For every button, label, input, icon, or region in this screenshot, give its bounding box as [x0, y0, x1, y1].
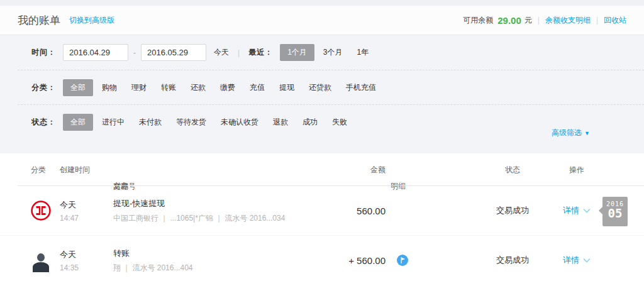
detail-link-label: 详情: [563, 255, 579, 266]
status-unconfirmed-receipt[interactable]: 未确认收货: [221, 117, 258, 128]
transaction-name-cell: 提现-快速提现 中国工商银行 ｜ ...1065|*广锦 ｜ 流水号 2016.…: [113, 198, 285, 224]
transaction-name-cell: 转账 翔 ｜ 流水号 2016...404: [113, 247, 192, 273]
recycle-bin-link[interactable]: 回收站: [604, 15, 626, 26]
col-created-time: 创建时间: [60, 165, 90, 175]
transaction-name: 转账: [113, 247, 192, 258]
date-range-separator: -: [133, 48, 136, 57]
separator: |: [538, 16, 540, 25]
created-time-cell: 今天 14:47: [60, 199, 79, 223]
amount-cell: + 560.00: [286, 255, 386, 265]
separator: |: [238, 48, 240, 57]
status-failed[interactable]: 失败: [332, 117, 347, 128]
col-amount: 金额: [289, 165, 386, 175]
row-time: 14:47: [60, 214, 79, 223]
category-filter-label: 分类：: [31, 82, 56, 93]
chevron-down-icon: [583, 208, 591, 213]
category-withdraw[interactable]: 提现: [279, 82, 294, 93]
user-avatar: [30, 250, 52, 271]
category-topup[interactable]: 充值: [250, 82, 265, 93]
transaction-name: 提现-快速提现: [113, 198, 285, 209]
recent-1month[interactable]: 1个月: [280, 44, 314, 61]
status-awaiting-shipment[interactable]: 等待发货: [176, 117, 206, 128]
amount-cell: 560.00: [286, 206, 386, 216]
separator: |: [596, 16, 598, 25]
recent-3months[interactable]: 3个月: [323, 47, 343, 58]
filter-panel: 时间： - 今天 | 最近： 1个月 3个月 1年 分类： 全部 购物 理财 转…: [0, 35, 644, 153]
category-finance[interactable]: 理财: [131, 82, 147, 93]
chevron-down-icon: [583, 258, 591, 263]
balance-area: 可用余额 29.00 元 | 余额收支明细 | 回收站: [463, 15, 626, 26]
balance-value: 29.00: [497, 15, 521, 26]
chevron-down-icon: ▼: [584, 130, 590, 136]
category-filter-row: 分类： 全部 购物 理财 转账 还款 缴费 充值 提现 还贷款 手机充值: [18, 70, 644, 105]
recent-label: 最近：: [248, 47, 273, 58]
category-all[interactable]: 全部: [63, 79, 93, 96]
status-filter-row: 状态： 全部 进行中 未付款 等待发货 未确认收货 退款 成功 失败: [18, 105, 644, 140]
category-shopping[interactable]: 购物: [102, 82, 117, 93]
time-filter-row: 时间： - 今天 | 最近： 1个月 3个月 1年: [18, 35, 644, 70]
detail-link-label: 详情: [563, 205, 579, 216]
row-date: 今天: [60, 248, 79, 260]
balance-unit: 元: [525, 15, 532, 26]
status-all[interactable]: 全部: [63, 114, 93, 131]
col-action: 操作: [569, 165, 584, 175]
detail-link[interactable]: 详情: [563, 205, 591, 216]
status-unpaid[interactable]: 未付款: [139, 117, 162, 128]
recent-1year[interactable]: 1年: [357, 47, 369, 58]
transaction-description: 中国工商银行 ｜ ...1065|*广锦 ｜ 流水号 2016...034: [113, 213, 285, 224]
status-filter-label: 状态：: [31, 117, 56, 128]
status-success[interactable]: 成功: [303, 117, 318, 128]
page-title: 我的账单: [18, 13, 60, 28]
status-cell: 交易成功: [475, 205, 550, 216]
created-time-cell: 今天 14:35: [60, 248, 79, 272]
date-to-input[interactable]: [141, 44, 206, 61]
switch-to-advanced-link[interactable]: 切换到高级版: [69, 15, 114, 26]
col-category: 分类: [31, 165, 46, 175]
category-mobile-topup[interactable]: 手机充值: [346, 82, 376, 93]
balance-label: 可用余额: [463, 15, 493, 26]
category-loan-repay[interactable]: 还贷款: [309, 82, 331, 93]
row-date: 今天: [60, 199, 79, 211]
status-cell: 交易成功: [475, 255, 550, 266]
category-transfer[interactable]: 转账: [161, 82, 176, 93]
row-time: 14:35: [60, 263, 79, 272]
table-row-withdrawal: 今天 14:47 提现-快速提现 中国工商银行 ｜ ...1065|*广锦 ｜ …: [0, 186, 644, 235]
today-filter[interactable]: 今天: [214, 47, 229, 58]
category-repayment[interactable]: 还款: [191, 82, 206, 93]
top-strip: [0, 0, 644, 6]
time-filter-label: 时间：: [31, 47, 56, 58]
advanced-filter-link[interactable]: 高级筛选▼: [552, 128, 590, 138]
date-from-input[interactable]: [63, 44, 128, 61]
badge-month: 05: [602, 207, 628, 220]
detail-link[interactable]: 详情: [563, 255, 591, 266]
title-bar: 我的账单 切换到高级版 可用余额 29.00 元 | 余额收支明细 | 回收站: [0, 6, 644, 35]
category-utility[interactable]: 缴费: [220, 82, 235, 93]
balance-detail-link[interactable]: 余额收支明细: [545, 15, 591, 26]
table-header: 分类 创建时间 名称 ｜ 对方 ｜ 交易号 金额 ｜ 明细 状态 操作: [0, 153, 644, 186]
balance-flag-icon[interactable]: [397, 255, 408, 266]
transaction-description: 翔 ｜ 流水号 2016...404: [113, 262, 192, 273]
icbc-bank-logo-icon: [30, 200, 52, 221]
month-marker-badge: 2016 05: [602, 197, 628, 226]
my-bills-page: 我的账单 切换到高级版 可用余额 29.00 元 | 余额收支明细 | 回收站 …: [0, 0, 644, 281]
status-in-progress[interactable]: 进行中: [102, 117, 125, 128]
col-status: 状态: [475, 165, 550, 175]
advanced-filter-label: 高级筛选: [552, 128, 582, 137]
status-refund[interactable]: 退款: [273, 117, 288, 128]
table-row-transfer: 今天 14:35 转账 翔 ｜ 流水号 2016...404 + 560.00 …: [0, 235, 644, 281]
